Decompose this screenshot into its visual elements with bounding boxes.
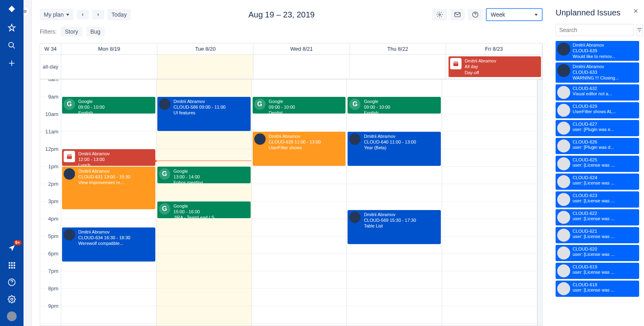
main-content: My plan Today Aug 19 – 23, 2019: [32, 0, 551, 326]
event-time: CLOUD-628 11:00 - 13:00: [269, 139, 343, 145]
issue-card[interactable]: CLOUD-624user: [License was ...: [556, 174, 639, 190]
allday-cell[interactable]: [61, 55, 157, 79]
issue-key: CLOUD-620: [573, 247, 637, 252]
help-button[interactable]: [468, 9, 483, 20]
issue-owner: Dmitrii Abramov: [573, 64, 637, 70]
day-column-tue[interactable]: Dmitrii AbramovCLOUD-586 09:00 - 11:00UI…: [157, 79, 252, 326]
settings-icon[interactable]: [7, 294, 17, 304]
issue-card[interactable]: Dmitrii AbramovCLOUD-639Would like to re…: [556, 41, 639, 61]
allday-cell[interactable]: [253, 55, 350, 79]
issue-key: CLOUD-621: [573, 229, 637, 234]
settings-button[interactable]: [432, 9, 447, 20]
search-input[interactable]: [556, 24, 634, 36]
calendar-body[interactable]: 8am9am10am11am12pm1pm2pm3pm4pm5pm6pm7pm8…: [40, 79, 542, 326]
calendar-event[interactable]: GGoogle15:00 - 16:00JIRA - TeamLead / S.…: [157, 202, 251, 218]
allday-cell[interactable]: Dmitrii Abramov All day Day-off: [446, 55, 542, 79]
svg-rect-2: [11, 262, 13, 264]
calendar-event[interactable]: GGoogle13:00 - 14:00Fobos meeting: [157, 167, 251, 183]
google-icon: G: [349, 99, 361, 110]
search-icon[interactable]: [7, 41, 17, 50]
hour-label: 1pm: [48, 163, 58, 169]
calendar-event[interactable]: GGoogle09:00 - 10:00English: [62, 97, 155, 114]
svg-rect-3: [14, 262, 15, 264]
help-icon[interactable]: [7, 277, 17, 287]
calendar-event[interactable]: Dmitrii AbramovCLOUD-631 13:00 - 15:30Vi…: [62, 167, 155, 209]
event-title: English: [364, 110, 438, 113]
event-time: 09:00 - 10:00: [364, 104, 438, 110]
allday-event[interactable]: Dmitrii Abramov All day Day-off: [449, 56, 541, 77]
profile-avatar[interactable]: [7, 311, 17, 321]
day-column-wed[interactable]: GGoogle09:00 - 10:00DentistDmitrii Abram…: [252, 79, 347, 326]
calendar-event[interactable]: Dmitrii AbramovCLOUD-586 09:00 - 11:00UI…: [157, 97, 251, 131]
filter-chip-bug[interactable]: Bug: [86, 27, 105, 36]
app-switcher-icon[interactable]: [7, 260, 17, 270]
scrollbar[interactable]: [537, 79, 542, 326]
hour-label: 10am: [45, 111, 58, 117]
event-time: CLOUD-640 11:00 - 13:00: [364, 139, 438, 145]
allday-cell[interactable]: [350, 55, 446, 79]
issue-summary: user: [License was ...: [573, 270, 637, 275]
mail-button[interactable]: [450, 9, 465, 20]
global-sidebar: 9+: [0, 0, 24, 326]
unplanned-panel: ✕ Unplanned Issues Dmitrii AbramovCLOUD-…: [551, 0, 644, 326]
calendar-event[interactable]: Dmitrii AbramovCLOUD-628 11:00 - 13:00Us…: [253, 132, 346, 166]
issue-key: CLOUD-626: [573, 139, 637, 145]
panel-title: Unplanned Issues: [556, 8, 639, 17]
calendar-event[interactable]: Dmitrii AbramovCLOUD-634 16:30 - 18:30We…: [62, 227, 155, 262]
issue-card[interactable]: CLOUD-626user: [Plugin was d...: [556, 138, 639, 154]
calendar-event[interactable]: GGoogle09:00 - 10:00English: [348, 97, 441, 114]
calendar-event[interactable]: GGoogle09:00 - 10:00Dentist: [253, 97, 346, 114]
chevron-down-icon: [535, 14, 538, 16]
calendar-event[interactable]: Dmitrii Abramov12:00 - 13:00Lunch: [62, 149, 155, 166]
allday-label: all-day: [40, 55, 61, 79]
avatar: [557, 211, 570, 224]
jira-logo-icon[interactable]: [7, 5, 17, 15]
filter-chip-story[interactable]: Story: [61, 27, 82, 36]
hour-label: 3pm: [48, 198, 58, 204]
star-icon[interactable]: [7, 23, 17, 32]
issue-card[interactable]: CLOUD-619user: [License was ...: [556, 263, 639, 279]
issue-card[interactable]: CLOUD-622user: [License was ...: [556, 209, 639, 225]
issue-card[interactable]: CLOUD-620user: [License was ...: [556, 245, 639, 261]
issue-card[interactable]: Dmitrii AbramovCLOUD-633WARNING !!! Clos…: [556, 62, 639, 82]
issues-list[interactable]: Dmitrii AbramovCLOUD-639Would like to re…: [556, 41, 639, 326]
issue-summary: user: [Plugin was d...: [573, 145, 637, 150]
today-button[interactable]: Today: [107, 9, 131, 20]
issue-card[interactable]: CLOUD-632Visual editor not a...: [556, 84, 639, 101]
issue-card[interactable]: CLOUD-625user: [License was ...: [556, 156, 639, 172]
issue-card[interactable]: CLOUD-618user: [License was ...: [556, 281, 639, 297]
event-title: View improvement re...: [78, 180, 153, 185]
day-column-fri[interactable]: [442, 79, 537, 326]
filter-icon[interactable]: [636, 24, 643, 36]
svg-rect-15: [453, 62, 458, 66]
issue-card[interactable]: CLOUD-627user: [Plugin was e...: [556, 120, 639, 136]
issue-key: CLOUD-624: [573, 175, 637, 181]
issue-summary: user: [License was ...: [573, 252, 637, 257]
avatar-icon: [159, 99, 170, 110]
svg-rect-6: [14, 265, 15, 266]
event-owner: Google: [364, 99, 438, 104]
event-title: Werewolf compatible...: [78, 240, 153, 246]
plan-dropdown[interactable]: My plan: [40, 9, 73, 20]
avatar: [557, 139, 570, 152]
calendar-event[interactable]: Dmitrii AbramovCLOUD-640 11:00 - 13:00Ye…: [348, 132, 441, 166]
close-icon[interactable]: ✕: [633, 7, 638, 15]
issue-summary: WARNING !!! Closing...: [573, 75, 637, 81]
issue-card[interactable]: CLOUD-629UserFilter shows AL...: [556, 102, 639, 118]
plus-icon[interactable]: [7, 58, 17, 68]
calendar-event[interactable]: Dmitrii AbramovCLOUD-569 15:30 - 17:30Ta…: [348, 210, 441, 244]
issue-card[interactable]: CLOUD-621user: [License was ...: [556, 227, 639, 243]
day-column-thu[interactable]: GGoogle09:00 - 10:00EnglishDmitrii Abram…: [347, 79, 442, 326]
prev-button[interactable]: [77, 10, 89, 19]
issue-card[interactable]: CLOUD-623user: [License was ...: [556, 191, 639, 208]
day-column-mon[interactable]: GGoogle09:00 - 10:00EnglishDmitrii Abram…: [61, 79, 157, 326]
next-button[interactable]: [92, 10, 104, 19]
event-title: English: [78, 110, 153, 113]
notifications-icon[interactable]: 9+: [7, 243, 17, 253]
avatar-icon: [254, 133, 266, 145]
issue-summary: user: [Plugin was e...: [573, 127, 637, 133]
event-title: UI features: [174, 110, 248, 116]
allday-cell[interactable]: [157, 55, 253, 79]
view-select[interactable]: Week: [486, 8, 543, 21]
hour-label: 11am: [45, 129, 58, 135]
